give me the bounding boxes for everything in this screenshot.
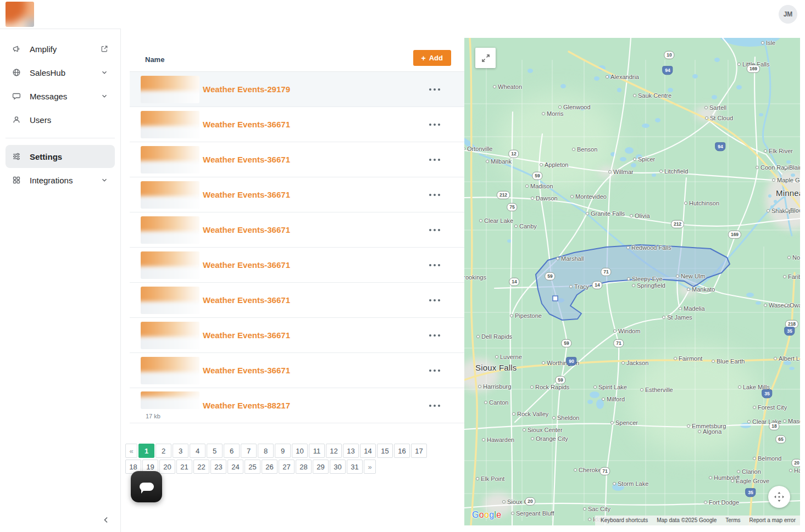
map-label-storm-lake: Storm Lake <box>613 480 648 487</box>
pagination-page-1[interactable]: 1 <box>138 444 154 458</box>
map-label-canton: Canton <box>484 399 508 406</box>
table-row[interactable]: Weather Events-36671 <box>130 353 464 388</box>
pagination-page-3[interactable]: 3 <box>173 444 188 458</box>
add-button[interactable]: + Add <box>413 50 451 66</box>
pagination-page-29[interactable]: 29 <box>313 460 329 474</box>
keyboard-shortcuts-link[interactable]: Keyboard shortcuts <box>601 517 648 523</box>
pagination-page-9[interactable]: 9 <box>275 444 291 458</box>
route-shield-59: 59 <box>532 172 542 180</box>
app-logo[interactable] <box>5 2 34 27</box>
pagination-page-22[interactable]: 22 <box>193 460 209 474</box>
pagination-page-30[interactable]: 30 <box>330 460 346 474</box>
table-row[interactable]: Weather Events-36671 <box>130 283 464 318</box>
sidebar-item-amplify[interactable]: Amplify <box>5 37 115 60</box>
row-menu-button[interactable] <box>427 295 442 306</box>
pagination-page-20[interactable]: 20 <box>159 460 175 474</box>
map-label-mankato: Mankato <box>687 286 715 293</box>
sidebar-item-saleshub[interactable]: SalesHub <box>5 61 115 84</box>
sidebar-item-settings[interactable]: Settings <box>5 145 115 168</box>
row-menu-button[interactable] <box>427 225 442 236</box>
pagination-prev[interactable]: « <box>125 444 137 458</box>
route-shield-65: 65 <box>775 435 786 444</box>
chevron-down-icon <box>101 92 108 100</box>
row-thumbnail <box>141 146 199 173</box>
pagination-page-4[interactable]: 4 <box>190 444 206 458</box>
pagination-page-15[interactable]: 15 <box>377 444 393 458</box>
row-title-link[interactable]: Weather Events-29179 <box>203 85 290 94</box>
row-title-link[interactable]: Weather Events-36671 <box>203 366 290 375</box>
sidebar-item-integrations[interactable]: Integrations <box>5 169 115 192</box>
chat-widget-button[interactable] <box>131 471 162 502</box>
pagination-page-16[interactable]: 16 <box>394 444 410 458</box>
map-label-olivia: Olivia <box>630 212 650 219</box>
pagination-page-10[interactable]: 10 <box>292 444 308 458</box>
sidebar-item-messages[interactable]: Messages <box>5 85 115 108</box>
row-title-link[interactable]: Weather Events-36671 <box>203 190 290 199</box>
row-title-link[interactable]: Weather Events-36671 <box>203 225 290 234</box>
pagination-page-6[interactable]: 6 <box>224 444 240 458</box>
pagination-page-11[interactable]: 11 <box>309 444 325 458</box>
row-title-link[interactable]: Weather Events-88217 <box>203 401 290 410</box>
table-row[interactable]: 17 kbWeather Events-88217 <box>130 388 464 423</box>
route-shield-59: 59 <box>555 376 565 384</box>
table-row[interactable]: Weather Events-36671 <box>130 177 464 212</box>
pagination-page-12[interactable]: 12 <box>326 444 342 458</box>
sidebar-item-users[interactable]: Users <box>5 108 115 131</box>
pagination-page-5[interactable]: 5 <box>207 444 223 458</box>
pagination-page-31[interactable]: 31 <box>347 460 363 474</box>
route-shield-35: 35 <box>745 488 756 497</box>
pagination-page-25[interactable]: 25 <box>245 460 260 474</box>
pagination-page-27[interactable]: 27 <box>279 460 295 474</box>
row-menu-button[interactable] <box>427 84 442 95</box>
map-label-willmar: Willmar <box>608 169 634 175</box>
pagination-page-7[interactable]: 7 <box>241 444 257 458</box>
row-menu-button[interactable] <box>427 154 442 165</box>
map-label-blue-earth: Blue Earth <box>712 358 745 365</box>
row-thumbnail <box>141 181 199 209</box>
row-menu-button[interactable] <box>427 260 442 271</box>
pagination-next[interactable]: » <box>364 460 376 474</box>
pagination-page-21[interactable]: 21 <box>176 460 192 474</box>
sidebar-item-label: Settings <box>30 152 62 161</box>
row-title-link[interactable]: Weather Events-36671 <box>203 331 290 340</box>
table-row[interactable]: Weather Events-36671 <box>130 212 464 248</box>
pagination-page-24[interactable]: 24 <box>227 460 243 474</box>
sidebar-collapse-button[interactable] <box>102 516 110 524</box>
table-row[interactable]: Weather Events-29179 <box>130 72 464 107</box>
route-shield-75: 75 <box>507 203 517 211</box>
map-fullscreen-button[interactable] <box>475 48 496 68</box>
table-row[interactable]: Weather Events-36671 <box>130 248 464 283</box>
row-title-link[interactable]: Weather Events-36671 <box>203 295 290 305</box>
terms-link[interactable]: Terms <box>725 517 740 523</box>
pagination-page-8[interactable]: 8 <box>258 444 274 458</box>
pagination-page-28[interactable]: 28 <box>296 460 312 474</box>
pagination-page-26[interactable]: 26 <box>262 460 277 474</box>
row-menu-button[interactable] <box>427 365 442 376</box>
map-pan-control[interactable] <box>768 486 790 508</box>
row-menu-button[interactable] <box>427 119 442 130</box>
pagination-page-2[interactable]: 2 <box>156 444 171 458</box>
route-shield-20: 20 <box>791 459 800 467</box>
map-label-jackson: Jackson <box>621 360 648 366</box>
table-row[interactable]: Weather Events-36671 <box>130 142 464 177</box>
row-title-link[interactable]: Weather Events-36671 <box>203 120 290 129</box>
table-row[interactable]: Weather Events-36671 <box>130 107 464 142</box>
row-title-link[interactable]: Weather Events-36671 <box>203 155 290 164</box>
pagination-page-13[interactable]: 13 <box>343 444 359 458</box>
map-canvas[interactable]: IsleLittle FallsAlexandriaWheatonSauk Ce… <box>464 38 800 525</box>
pagination-page-14[interactable]: 14 <box>360 444 376 458</box>
map-label-sleepy-eye: Sleepy Eye <box>627 276 663 282</box>
row-title-link[interactable]: Weather Events-36671 <box>203 260 290 270</box>
google-logo[interactable]: Google <box>472 510 501 520</box>
pagination-page-23[interactable]: 23 <box>210 460 226 474</box>
map-label-clear-lake: Clear Lake <box>479 217 513 224</box>
report-map-error-link[interactable]: Report a map error <box>750 517 796 523</box>
route-shield-18: 18 <box>769 422 779 430</box>
pagination-page-17[interactable]: 17 <box>411 444 427 458</box>
table-row[interactable]: Weather Events-36671 <box>130 318 464 353</box>
row-menu-button[interactable] <box>427 330 442 341</box>
avatar[interactable]: JM <box>779 5 797 24</box>
row-menu-button[interactable] <box>427 189 442 200</box>
map-label-forest-city: Forest City <box>753 404 787 411</box>
row-menu-button[interactable] <box>427 400 442 411</box>
